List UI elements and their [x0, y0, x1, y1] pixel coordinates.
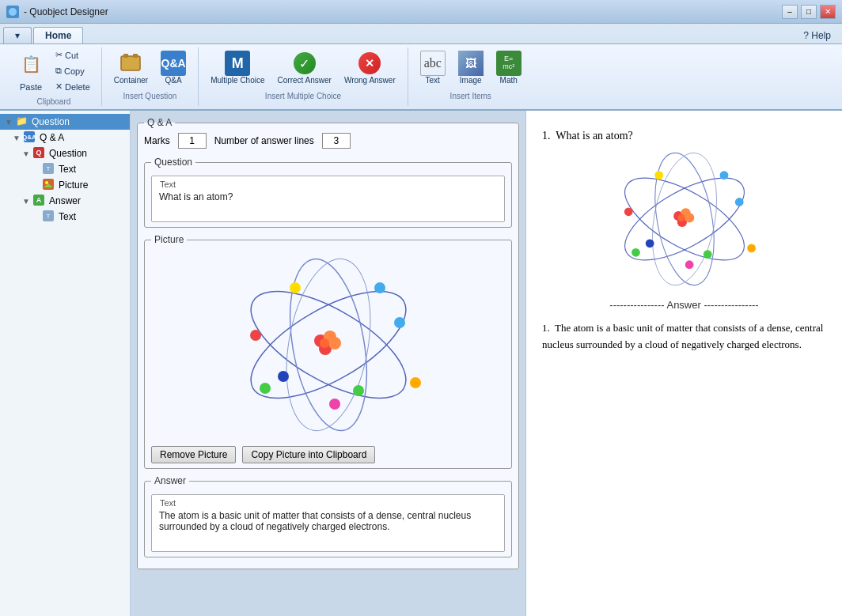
insert-question-btns: Container Q&A Q&A: [108, 47, 192, 89]
question-text-legend: Text: [157, 180, 499, 189]
delete-icon: ✕: [55, 81, 63, 92]
svg-point-33: [685, 213, 694, 222]
math-icon: E=mc²: [496, 51, 522, 76]
svg-point-43: [645, 239, 654, 248]
svg-point-41: [654, 171, 663, 180]
wrong-answer-button[interactable]: ✕ Wrong Answer: [339, 47, 401, 89]
clipboard-label: Clipboard: [36, 97, 70, 106]
qa-tree-icon: Q&A: [24, 131, 36, 144]
copy-icon: ⧉: [55, 66, 62, 76]
clipboard-group: 📋 Paste ✂ Cut ⧉ Copy ✕ Delete: [6, 47, 102, 106]
tree-item-question-root[interactable]: ▼ 📁 Question: [0, 114, 130, 130]
svg-point-20: [329, 399, 340, 410]
tree-item-qa[interactable]: ▼ Q&A Q & A: [0, 130, 130, 145]
svg-point-35: [624, 207, 632, 216]
multiple-choice-button[interactable]: M Multiple Choice: [205, 47, 270, 89]
scissors-icon: ✂: [55, 50, 63, 60]
cut-button[interactable]: ✂ Cut: [51, 47, 95, 62]
insert-items-group: abc Text 🖼 Image E=mc² Math Inse: [408, 47, 533, 106]
answer-text-fieldset: Text The atom is a basic unit of matter …: [151, 494, 505, 552]
tree-item-text-1[interactable]: T Text: [0, 161, 130, 177]
maximize-button[interactable]: □: [801, 5, 817, 19]
wrong-answer-icon: ✕: [357, 51, 382, 76]
picture-fieldset: Picture: [144, 234, 512, 469]
svg-rect-1: [121, 56, 140, 70]
tree-label-6: Text: [59, 211, 76, 222]
answer-fieldset-legend: Answer: [151, 475, 189, 486]
svg-point-0: [9, 8, 17, 16]
tree-label-0: Question: [32, 116, 70, 127]
tree-item-question[interactable]: ▼ Q Question: [0, 145, 130, 161]
insert-mc-group: M Multiple Choice ✓ Correct Answer ✕ Wro…: [199, 47, 408, 106]
question-fieldset: Question Text What is an atom?: [144, 157, 512, 228]
preview-answer: 1. The atom is a basic unit of matter th…: [542, 320, 826, 353]
multiple-choice-icon: M: [225, 51, 250, 76]
answer-text-input[interactable]: The atom is a basic unit of matter that …: [157, 508, 499, 546]
tree-toggle-5[interactable]: ▼: [22, 197, 30, 206]
picture-fieldset-legend: Picture: [151, 234, 187, 245]
paste-button[interactable]: 📋: [13, 47, 49, 81]
close-button[interactable]: ✕: [820, 5, 836, 19]
atom-image: [226, 258, 431, 432]
copy-button[interactable]: ⧉ Copy: [51, 63, 95, 78]
answer-text-legend: Text: [157, 498, 499, 508]
text-tree-icon-1: T: [43, 163, 55, 176]
insert-question-label: Insert Question: [123, 92, 177, 100]
tree-toggle-2[interactable]: ▼: [22, 149, 30, 158]
tree-toggle-4: [32, 181, 40, 190]
title-bar: - Quobject Designer – □ ✕: [0, 0, 842, 24]
image-button[interactable]: 🖼 Image: [453, 47, 489, 89]
tree-label-1: Q & A: [40, 132, 64, 143]
clipboard-btns: 📋 Paste ✂ Cut ⧉ Copy ✕ Delete: [13, 47, 95, 94]
answer-lines-input[interactable]: 3: [322, 133, 351, 149]
container-button[interactable]: Container: [108, 47, 154, 89]
question-text-input[interactable]: What is an atom?: [157, 189, 499, 216]
remove-picture-button[interactable]: Remove Picture: [151, 446, 236, 463]
svg-point-42: [703, 250, 711, 259]
folder-icon: 📁: [16, 115, 28, 128]
insert-items-label: Insert Items: [450, 92, 491, 100]
picture-buttons: Remove Picture Copy Picture into Clipboa…: [151, 446, 505, 463]
tree-toggle-0[interactable]: ▼: [5, 118, 13, 127]
window-controls: – □ ✕: [782, 5, 836, 19]
copy-picture-button[interactable]: Copy Picture into Clipboard: [242, 446, 375, 463]
center-editor[interactable]: Q & A Marks 1 Number of answer lines 3 Q…: [131, 111, 525, 616]
container-icon: [118, 51, 143, 76]
text-item-icon: abc: [420, 51, 446, 76]
insert-items-btns: abc Text 🖼 Image E=mc² Math: [415, 47, 527, 89]
svg-rect-3: [133, 54, 138, 58]
correct-answer-button[interactable]: ✓ Correct Answer: [272, 47, 337, 89]
delete-button[interactable]: ✕ Delete: [51, 79, 95, 94]
marks-input[interactable]: 1: [178, 133, 207, 149]
preview-answer-text: The atom is a basic unit of matter that …: [542, 322, 823, 350]
minimize-button[interactable]: –: [782, 5, 798, 19]
preview-question: 1. What is an atom?: [542, 130, 826, 142]
qa-fieldset-legend: Q & A: [144, 117, 175, 128]
svg-point-22: [374, 282, 385, 293]
clipboard-col: ✂ Cut ⧉ Copy ✕ Delete: [51, 47, 95, 94]
tree-toggle-1[interactable]: ▼: [13, 134, 21, 142]
qa-fieldset: Q & A Marks 1 Number of answer lines 3 Q…: [137, 117, 519, 569]
question-tree-icon: Q: [33, 147, 46, 160]
answer-tree-icon: A: [33, 195, 46, 207]
svg-point-39: [632, 248, 640, 257]
svg-point-37: [747, 244, 756, 253]
quick-access-tab[interactable]: ▾: [3, 27, 32, 43]
svg-point-17: [250, 330, 261, 341]
correct-answer-label: Correct Answer: [278, 76, 332, 85]
app-title: - Quobject Designer: [24, 6, 108, 17]
text-item-button[interactable]: abc Text: [415, 47, 451, 89]
question-fieldset-legend: Question: [151, 157, 195, 168]
tree-item-answer[interactable]: ▼ A Answer: [0, 193, 130, 209]
help-button[interactable]: ? Help: [795, 28, 839, 43]
preview-image-container: [542, 152, 826, 286]
svg-point-21: [260, 383, 271, 394]
main-layout: ▼ 📁 Question ▼ Q&A Q & A ▼ Q Question: [0, 111, 842, 616]
tree-item-text-2[interactable]: T Text: [0, 209, 130, 225]
tree-item-picture[interactable]: Picture: [0, 177, 130, 193]
svg-point-23: [290, 282, 301, 293]
home-tab[interactable]: Home: [33, 27, 83, 43]
qa-button[interactable]: Q&A Q&A: [155, 47, 192, 89]
question-text-fieldset: Text What is an atom?: [151, 176, 505, 222]
math-button[interactable]: E=mc² Math: [491, 47, 527, 89]
